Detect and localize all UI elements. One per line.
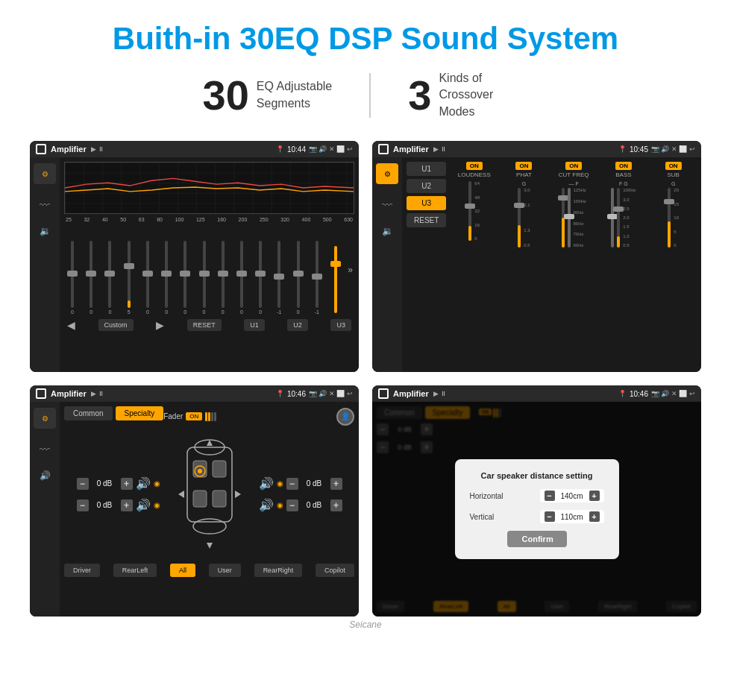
eq-slider-12[interactable]: 0 [292, 241, 305, 315]
tab-specialty-3[interactable]: Specialty [116, 406, 164, 420]
bal-minus-1[interactable]: − [77, 478, 89, 490]
home-icon-4[interactable] [378, 388, 389, 399]
bass-slider-2[interactable] [617, 188, 620, 247]
fader-on-badge[interactable]: ON [186, 412, 202, 420]
wave-icon-1[interactable]: 〰 [40, 199, 50, 211]
bal-minus-3[interactable]: − [286, 478, 298, 490]
eq-icon-2[interactable]: ⚙ [376, 163, 398, 184]
fader-label: Fader [163, 412, 183, 420]
phat-on[interactable]: ON [515, 162, 532, 170]
eq-slider-7[interactable]: 0 [198, 241, 211, 315]
status-right-1: 📍 10:44 📷 🔊 ✕ ⬜ ↩ [276, 145, 353, 154]
u3-btn-1[interactable]: U3 [330, 319, 351, 331]
eq-slider-10[interactable]: 0 [254, 241, 267, 315]
horizontal-plus[interactable]: + [589, 491, 600, 501]
screen2-title: Amplifier [393, 145, 429, 154]
specialty-main: Common Specialty Fader ON 👤 [60, 402, 359, 617]
user-btn-3[interactable]: User [209, 564, 241, 577]
reset-btn-2[interactable]: RESET [407, 213, 446, 227]
u2-btn-1[interactable]: U2 [287, 319, 308, 331]
eq-more-icon[interactable]: » [348, 265, 353, 275]
bal-val-2: 0 dB [92, 501, 118, 509]
next-icon[interactable]: ▶ [156, 319, 164, 331]
prev-icon[interactable]: ◀ [67, 319, 75, 331]
bass-slider-1[interactable] [611, 188, 614, 247]
wave-icon-3[interactable]: 〰 [40, 444, 50, 455]
eq-slider-2[interactable]: 0 [103, 241, 116, 315]
eq-slider-6[interactable]: 0 [178, 241, 192, 315]
reset-btn-1[interactable]: RESET [187, 319, 222, 331]
eq-slider-14[interactable] [329, 246, 342, 315]
eq-slider-8[interactable]: 0 [216, 241, 230, 315]
eq-slider-4[interactable]: 0 [141, 241, 154, 315]
preset-tabs-3: Common Specialty [64, 406, 163, 420]
bal-minus-2[interactable]: − [77, 499, 89, 511]
volume-icon-3[interactable]: 🔊 [40, 470, 51, 481]
horizontal-minus[interactable]: − [545, 491, 555, 501]
custom-label: Custom [98, 319, 134, 331]
all-btn-3[interactable]: All [170, 564, 195, 577]
home-icon-3[interactable] [36, 388, 46, 399]
bal-plus-2[interactable]: + [121, 499, 133, 511]
status-left-3: Amplifier ▶ ⏸ [36, 388, 104, 399]
preset-u2[interactable]: U2 [407, 179, 446, 193]
confirm-button[interactable]: Confirm [507, 531, 567, 547]
vertical-plus[interactable]: + [589, 511, 600, 522]
vertical-row: Vertical − 110cm + [470, 510, 604, 523]
rearleft-btn-3[interactable]: RearLeft [113, 564, 157, 577]
eq-slider-5[interactable]: 0 [160, 241, 173, 315]
tab-common-3[interactable]: Common [64, 406, 113, 420]
page-title: Buith-in 30EQ DSP Sound System [0, 0, 731, 70]
home-icon-1[interactable] [36, 144, 46, 154]
cutfreq-on[interactable]: ON [565, 162, 582, 170]
status-bar-2: Amplifier ▶ ⏸ 📍 10:45 📷 🔊 ✕ ⬜ ↩ [372, 141, 701, 157]
svg-point-9 [193, 519, 226, 534]
copilot-btn-3[interactable]: Copilot [316, 564, 354, 577]
wave-icon-2[interactable]: 〰 [382, 199, 392, 211]
balance-left-bottom: − 0 dB + 🔊 ◉ [77, 498, 160, 512]
user-avatar-3[interactable]: 👤 [336, 408, 354, 426]
status-bar-3: Amplifier ▶ ⏸ 📍 10:46 📷 🔊 ✕ ⬜ ↩ [30, 385, 359, 402]
home-icon-2[interactable] [378, 144, 389, 154]
sub-slider[interactable] [668, 188, 671, 247]
eq-slider-3[interactable]: 5 [122, 241, 136, 315]
preset-u3[interactable]: U3 [407, 196, 446, 210]
bal-plus-1[interactable]: + [121, 478, 133, 490]
preset-u1[interactable]: U1 [407, 162, 446, 176]
eq-icon-3[interactable]: ⚙ [34, 408, 56, 429]
rearright-btn-3[interactable]: RearRight [254, 564, 303, 577]
section-bass: ON BASS FG 100Hz [600, 162, 647, 247]
u1-btn-1[interactable]: U1 [244, 319, 265, 331]
phat-slider[interactable] [518, 188, 521, 247]
eq-slider-1[interactable]: 0 [84, 241, 98, 315]
footer-btns-3: Driver RearLeft All User RearRight Copil… [64, 564, 354, 577]
bass-on[interactable]: ON [615, 162, 632, 170]
driver-btn-3[interactable]: Driver [64, 564, 100, 577]
eq-slider-11[interactable]: -1 [272, 241, 286, 315]
vertical-minus[interactable]: − [545, 511, 555, 522]
loudness-slider[interactable] [468, 181, 471, 241]
eq-slider-0[interactable]: 0 [66, 241, 79, 315]
eq-icon[interactable]: ⚙ [34, 163, 56, 184]
speaker-icon-bl: 🔊 [136, 498, 151, 512]
svg-rect-5 [193, 491, 207, 507]
section-phat: ON PHAT G 3.02.1 1.30.5 [501, 162, 548, 247]
side-controls-2: ⚙ 〰 🔉 [372, 157, 402, 372]
phat-label: PHAT [516, 171, 532, 178]
cutfreq-slider-2[interactable] [568, 188, 571, 247]
bar1 [205, 412, 207, 421]
eq-slider-13[interactable]: -1 [310, 241, 324, 315]
screen4-body: Common Specialty ON − 0 dB [372, 402, 701, 617]
screen3-title: Amplifier [51, 389, 87, 398]
bal-plus-3[interactable]: + [330, 478, 342, 490]
eq-main: 253240506380100125160200250320400500630 … [60, 157, 359, 372]
bal-plus-4[interactable]: + [330, 499, 342, 511]
volume-icon-2[interactable]: 🔉 [382, 226, 393, 236]
bal-val-3: 0 dB [301, 479, 327, 488]
volume-icon-1[interactable]: 🔉 [40, 226, 51, 236]
sub-on[interactable]: ON [665, 162, 682, 170]
loudness-on[interactable]: ON [466, 162, 483, 170]
bal-minus-4[interactable]: − [286, 499, 298, 511]
eq-slider-9[interactable]: 0 [235, 241, 248, 315]
speaker-icon-tr: 🔊 [259, 476, 274, 491]
